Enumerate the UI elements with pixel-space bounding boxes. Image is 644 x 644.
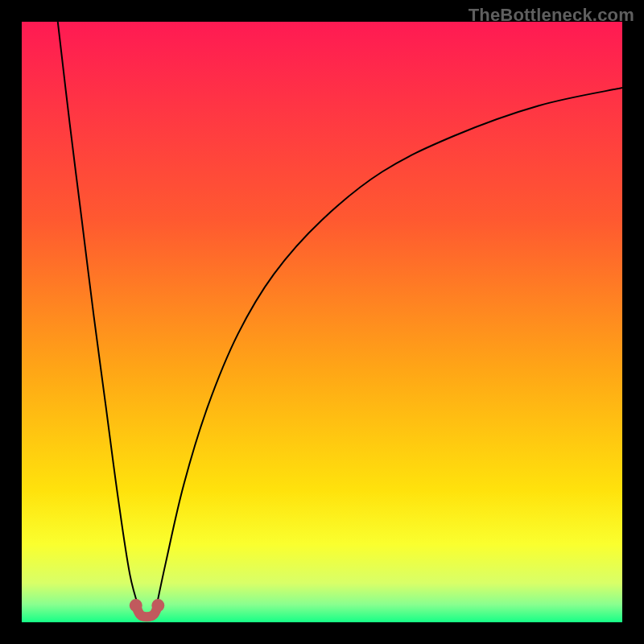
bottleneck-curve	[58, 22, 622, 613]
valley-marker	[130, 599, 165, 617]
svg-point-0	[130, 599, 142, 612]
plot-area	[22, 22, 622, 622]
outer-frame: TheBottleneck.com	[0, 0, 644, 644]
curve-right-branch	[155, 88, 622, 613]
chart-svg	[22, 22, 622, 622]
watermark-text: TheBottleneck.com	[469, 5, 634, 26]
svg-point-1	[151, 599, 164, 612]
curve-left-branch	[58, 22, 141, 613]
